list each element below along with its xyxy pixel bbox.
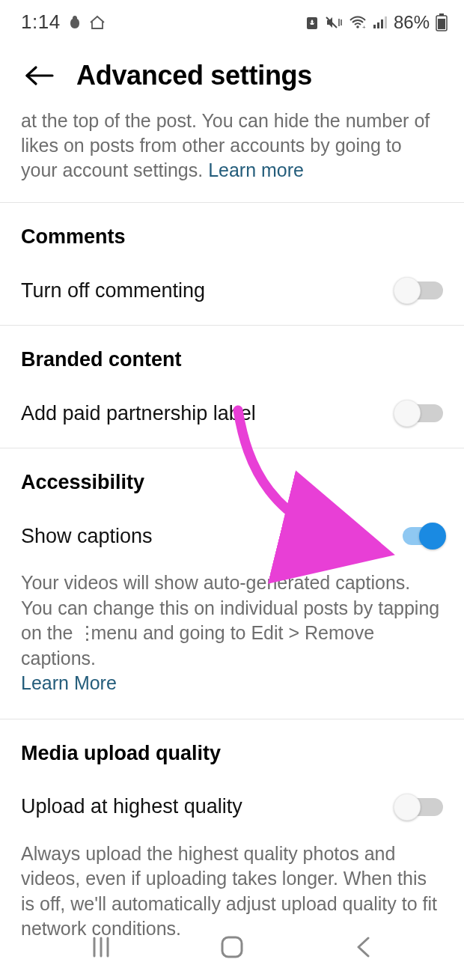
battery-icon [436,13,448,31]
svg-rect-10 [438,19,445,29]
wifi-icon: + [349,16,367,29]
toggle-thumb [394,277,421,304]
learn-more-captions-link[interactable]: Learn More [21,672,117,693]
status-left: 1:14 [21,10,106,34]
toggle-thumb [419,523,446,550]
kebab-icon: ⋮ [78,621,85,646]
row-turn-off-commenting: Turn off commenting [0,255,464,325]
toggle-paid-partnership[interactable] [394,400,443,427]
row-paid-partnership: Add paid partnership label [0,377,464,448]
toggle-thumb [394,794,421,821]
recents-icon [88,937,114,958]
section-accessibility: Accessibility Show captions Your videos … [0,448,464,719]
toggle-thumb [394,400,421,427]
battery-percent: 86% [394,12,430,33]
back-nav-button[interactable] [341,932,385,962]
recents-button[interactable] [79,932,123,962]
svg-rect-5 [377,22,379,28]
svg-rect-4 [373,25,376,28]
status-bar: 1:14 + 86% [0,0,464,38]
home-nav-icon [219,934,245,960]
svg-rect-7 [385,16,387,28]
status-time: 1:14 [21,10,61,34]
row-label-show-captions: Show captions [21,525,153,548]
toggle-upload-quality[interactable] [394,794,443,821]
top-description: at the top of the post. You can hide the… [0,109,464,202]
back-nav-icon [355,936,371,958]
row-label-commenting: Turn off commenting [21,279,205,302]
toggle-commenting[interactable] [394,277,443,304]
toggle-show-captions[interactable] [394,523,443,550]
row-show-captions: Show captions [0,500,464,570]
row-label-paid-partnership: Add paid partnership label [21,402,256,425]
svg-point-2 [356,25,359,28]
app-header: Advanced settings [0,38,464,109]
section-comments: Comments Turn off commenting [0,202,464,325]
app-indicator-icon [68,15,82,30]
back-button[interactable] [22,59,55,92]
section-title-branded: Branded content [0,326,464,377]
page-title: Advanced settings [76,60,312,91]
mute-vibrate-icon [325,15,343,30]
recycle-icon [305,15,319,30]
android-nav-bar [0,922,464,980]
learn-more-link[interactable]: Learn more [208,159,304,180]
signal-icon [373,16,388,29]
section-title-comments: Comments [0,203,464,255]
back-arrow-icon [24,65,54,86]
row-desc-show-captions: Your videos will show auto-generated cap… [0,570,464,719]
svg-rect-15 [222,937,242,957]
home-icon [89,15,106,30]
section-title-media: Media upload quality [0,719,464,771]
row-label-upload-quality: Upload at highest quality [21,795,242,818]
home-button[interactable] [210,932,254,962]
section-title-accessibility: Accessibility [0,448,464,500]
row-upload-quality: Upload at highest quality [0,771,464,841]
section-branded-content: Branded content Add paid partnership lab… [0,325,464,448]
status-right: + 86% [305,12,448,33]
svg-text:+: + [362,24,366,29]
svg-rect-6 [381,19,383,28]
